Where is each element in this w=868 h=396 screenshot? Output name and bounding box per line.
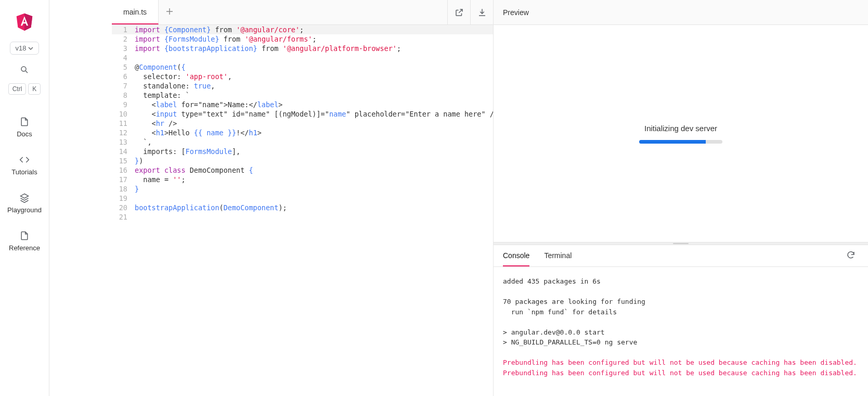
code-line: 5@Component({ bbox=[112, 62, 493, 72]
code-content: import {bootstrapApplication} from '@ang… bbox=[133, 44, 401, 53]
code-line: 7 standalone: true, bbox=[112, 81, 493, 91]
code-line: 10 <input type="text" id="name" [(ngMode… bbox=[112, 109, 493, 119]
code-line: 12 <h1>Hello {{ name }}!</h1> bbox=[112, 128, 493, 137]
kbd-ctrl: Ctrl bbox=[8, 83, 27, 95]
console-panel: ConsoleTerminal added 435 packages in 6s… bbox=[494, 245, 868, 396]
svg-point-2 bbox=[21, 67, 26, 71]
code-line: 13 `, bbox=[112, 137, 493, 147]
preview-body: Initializing dev server bbox=[494, 25, 868, 242]
line-number: 14 bbox=[112, 147, 133, 156]
console-output[interactable]: added 435 packages in 6s 70 packages are… bbox=[494, 267, 868, 396]
preview-header: Preview bbox=[494, 0, 868, 25]
angular-logo bbox=[15, 12, 34, 31]
open-external-button[interactable] bbox=[447, 0, 470, 24]
code-content: } bbox=[133, 184, 139, 194]
code-content: import {FormsModule} from '@angular/form… bbox=[133, 34, 317, 44]
code-content bbox=[133, 212, 135, 222]
main: main.ts 1import {Component} from '@angul… bbox=[49, 0, 868, 396]
console-tab-terminal[interactable]: Terminal bbox=[544, 245, 572, 266]
refresh-icon bbox=[846, 250, 856, 260]
preview-column: Preview Initializing dev server ConsoleT… bbox=[494, 0, 868, 396]
console-line bbox=[503, 287, 859, 297]
code-content bbox=[133, 53, 135, 62]
line-number: 4 bbox=[112, 53, 133, 62]
code-line: 4 bbox=[112, 53, 493, 62]
line-number: 8 bbox=[112, 91, 133, 100]
line-number: 11 bbox=[112, 119, 133, 128]
code-content: selector: 'app-root', bbox=[133, 72, 232, 81]
line-number: 12 bbox=[112, 128, 133, 137]
line-number: 5 bbox=[112, 62, 133, 72]
code-line: 14 imports: [FormsModule], bbox=[112, 147, 493, 156]
code-content: <h1>Hello {{ name }}!</h1> bbox=[133, 128, 262, 137]
console-tab-console[interactable]: Console bbox=[503, 245, 529, 266]
download-button[interactable] bbox=[470, 0, 493, 24]
console-line bbox=[503, 317, 859, 327]
code-content: imports: [FormsModule], bbox=[133, 147, 240, 156]
code-line: 20bootstrapApplication(DemoComponent); bbox=[112, 203, 493, 212]
code-content: <input type="text" id="name" [(ngModel)]… bbox=[133, 109, 493, 119]
code-content: <label for="name">Name:</label> bbox=[133, 100, 283, 109]
code-line: 18} bbox=[112, 184, 493, 194]
code-line: 21 bbox=[112, 212, 493, 222]
progress-bar bbox=[639, 140, 722, 144]
line-number: 15 bbox=[112, 156, 133, 165]
code-line: 6 selector: 'app-root', bbox=[112, 72, 493, 81]
editor-tab-label: main.ts bbox=[123, 8, 147, 16]
code-content: @Component({ bbox=[133, 62, 186, 72]
line-number: 18 bbox=[112, 184, 133, 194]
code-line: 19 bbox=[112, 194, 493, 203]
search-shortcut: Ctrl K bbox=[8, 83, 41, 95]
nav-item-docs[interactable]: Docs bbox=[0, 109, 49, 145]
code-line: 3import {bootstrapApplication} from '@an… bbox=[112, 44, 493, 53]
svg-line-3 bbox=[25, 71, 28, 73]
download-icon bbox=[477, 8, 487, 17]
code-content: bootstrapApplication(DemoComponent); bbox=[133, 203, 287, 212]
code-line: 9 <label for="name">Name:</label> bbox=[112, 100, 493, 109]
search-button[interactable] bbox=[20, 65, 29, 76]
nav-item-reference[interactable]: Reference bbox=[0, 223, 49, 259]
console-line: Prebundling has been configured but will… bbox=[503, 368, 859, 378]
code-content: name = ''; bbox=[133, 175, 186, 184]
code-line: 1import {Component} from '@angular/core'… bbox=[112, 25, 493, 34]
progress-bar-fill bbox=[639, 140, 706, 144]
code-content: template: ` bbox=[133, 91, 190, 100]
console-line: > NG_BUILD_PARALLEL_TS=0 ng serve bbox=[503, 337, 859, 348]
code-editor[interactable]: 1import {Component} from '@angular/core'… bbox=[112, 25, 493, 396]
code-content: }) bbox=[133, 156, 143, 165]
console-line: 70 packages are looking for funding bbox=[503, 297, 859, 307]
line-number: 1 bbox=[112, 25, 133, 34]
version-label: v18 bbox=[16, 44, 27, 52]
code-content: standalone: true, bbox=[133, 81, 215, 91]
line-number: 17 bbox=[112, 175, 133, 184]
line-number: 2 bbox=[112, 34, 133, 44]
nav-item-label: Playground bbox=[7, 206, 42, 214]
search-icon bbox=[20, 65, 29, 74]
line-number: 21 bbox=[112, 212, 133, 222]
add-tab-button[interactable] bbox=[159, 8, 180, 17]
code-line: 17 name = ''; bbox=[112, 175, 493, 184]
nav-item-playground[interactable]: Playground bbox=[0, 185, 49, 221]
code-content: <hr /> bbox=[133, 119, 177, 128]
console-refresh-button[interactable] bbox=[843, 247, 859, 264]
preview-title: Preview bbox=[503, 8, 529, 17]
external-link-icon bbox=[455, 8, 464, 17]
editor-tabs: main.ts bbox=[112, 0, 493, 25]
line-number: 20 bbox=[112, 203, 133, 212]
nav-item-label: Docs bbox=[17, 130, 32, 138]
nav-item-label: Tutorials bbox=[11, 168, 37, 176]
editor-column: main.ts 1import {Component} from '@angul… bbox=[112, 0, 494, 396]
line-number: 7 bbox=[112, 81, 133, 91]
editor-tab-main[interactable]: main.ts bbox=[112, 0, 159, 24]
line-number: 16 bbox=[112, 165, 133, 175]
nav-item-tutorials[interactable]: Tutorials bbox=[0, 147, 49, 183]
sidebar: v18 Ctrl K DocsTutorialsPlaygroundRefere… bbox=[0, 0, 49, 396]
line-number: 6 bbox=[112, 72, 133, 81]
chevron-down-icon bbox=[28, 46, 33, 51]
line-number: 9 bbox=[112, 100, 133, 109]
console-line: added 435 packages in 6s bbox=[503, 276, 859, 287]
line-number: 13 bbox=[112, 137, 133, 147]
version-selector[interactable]: v18 bbox=[10, 42, 40, 55]
code-content: export class DemoComponent { bbox=[133, 165, 253, 175]
kbd-k: K bbox=[28, 83, 41, 95]
